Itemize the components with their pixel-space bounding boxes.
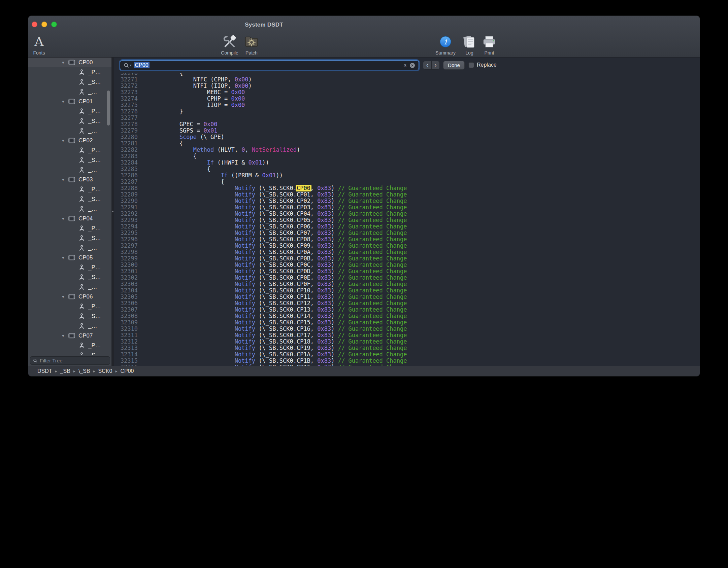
tree-item-cp00[interactable]: ▼ CP00	[28, 58, 111, 67]
disclosure-triangle-icon[interactable]: ▼	[61, 334, 68, 338]
tree-item[interactable]: _…	[28, 243, 111, 253]
status-bar: DSDT▸_SB▸\_SB▸SCK0▸CP00	[28, 366, 700, 376]
tree-item[interactable]: _S…	[28, 233, 111, 243]
replace-checkbox[interactable]	[468, 62, 474, 68]
tree-item[interactable]: _P…	[28, 106, 111, 116]
line-number: 32298	[114, 249, 138, 255]
method-icon	[78, 264, 85, 271]
toolbar-print-label: Print	[473, 50, 505, 56]
line-number: 32314	[114, 351, 138, 358]
tree-item-cp01[interactable]: ▼ CP01	[28, 97, 111, 106]
code-text: Notify (\_SB.SCK0.CP15, 0x83) // Guarant…	[152, 319, 407, 326]
toolbar-fonts-button[interactable]: A Fonts	[28, 33, 55, 56]
tree-item[interactable]: _P…	[28, 67, 111, 77]
method-icon	[78, 108, 85, 115]
tree-item[interactable]: _S…	[28, 155, 111, 165]
code-line: 32310 Notify (\_SB.SCK0.CP16, 0x83) // G…	[114, 326, 407, 332]
line-number: 32278	[114, 121, 138, 128]
line-number: 32301	[114, 268, 138, 275]
sidebar-scrollbar-thumb[interactable]	[107, 91, 110, 126]
method-icon	[78, 313, 85, 320]
disclosure-triangle-icon[interactable]: ▼	[61, 61, 68, 65]
tree-item[interactable]: _…	[28, 282, 111, 292]
code-line: 32283 {	[114, 153, 407, 159]
code-line: 32311 Notify (\_SB.SCK0.CP17, 0x83) // G…	[114, 332, 407, 339]
toolbar-print-button[interactable]: Print	[473, 33, 505, 56]
breadcrumb-item[interactable]: _SB	[60, 368, 70, 374]
breadcrumb-item[interactable]: \_SB	[78, 368, 90, 374]
clear-search-icon[interactable]	[409, 63, 415, 68]
tree-item[interactable]: _P…	[28, 223, 111, 233]
code-line: 32278 GPEC = 0x00	[114, 121, 407, 128]
line-number: 32273	[114, 89, 138, 96]
tree-item-cp07[interactable]: ▼ CP07	[28, 331, 111, 341]
tree-item[interactable]: _S…	[28, 194, 111, 204]
code-line: 32301 Notify (\_SB.SCK0.CP0D, 0x83) // G…	[114, 268, 407, 275]
tree-item[interactable]: _…	[28, 126, 111, 136]
patch-folder-gear-icon	[235, 33, 268, 50]
line-number: 32271	[114, 76, 138, 83]
tree-item-cp06[interactable]: ▼ CP06	[28, 292, 111, 301]
disclosure-triangle-icon[interactable]: ▼	[61, 256, 68, 260]
line-number: 32276	[114, 108, 138, 115]
code-text: NTFC (CPHP, 0x00)	[152, 76, 252, 83]
tree-item[interactable]: _…	[28, 204, 111, 214]
tree-item[interactable]: _S…	[28, 77, 111, 87]
code-text: Notify (\_SB.SCK0.CP09, 0x83) // Guarant…	[152, 242, 407, 249]
breadcrumb-separator-icon: ▸	[55, 369, 57, 374]
close-button[interactable]	[32, 22, 37, 27]
breadcrumb-item[interactable]: SCK0	[98, 368, 112, 374]
breadcrumb-item[interactable]: DSDT	[37, 368, 52, 374]
code-text: Notify (\_SB.SCK0.CP0F, 0x83) // Guarant…	[152, 281, 407, 287]
tree-item[interactable]: _P…	[28, 184, 111, 194]
code-text: {	[152, 178, 224, 185]
tree-item-cp04[interactable]: ▼ CP04	[28, 214, 111, 223]
code-text: Method (HLVT, 0, NotSerialized)	[152, 146, 300, 153]
filter-tree-input[interactable]	[40, 358, 107, 363]
disclosure-triangle-icon[interactable]: ▼	[61, 217, 68, 221]
tree-item[interactable]: _S…	[28, 272, 111, 282]
tree-item[interactable]: _P…	[28, 262, 111, 272]
tree-item[interactable]: _P…	[28, 145, 111, 155]
find-next-button[interactable]: ›	[431, 61, 439, 69]
tree-item[interactable]: _…	[28, 321, 111, 331]
tree-item[interactable]: _…	[28, 87, 111, 97]
tree-item-label: _S…	[88, 196, 101, 203]
tree-item[interactable]: _S…	[28, 116, 111, 126]
tree-item-cp02[interactable]: ▼ CP02	[28, 136, 111, 145]
tree-item-cp03[interactable]: ▼ CP03	[28, 175, 111, 184]
tree-item[interactable]: _…	[28, 165, 111, 175]
disclosure-triangle-icon[interactable]: ▼	[61, 139, 68, 143]
search-menu-chevron-icon[interactable]: ▾	[130, 64, 132, 67]
find-bar: ▾ CP00 3 ‹ › Done Replace	[114, 58, 700, 73]
code-line: 32290 Notify (\_SB.SCK0.CP02, 0x83) // G…	[114, 198, 407, 204]
tree-item-cp05[interactable]: ▼ CP05	[28, 253, 111, 262]
filter-tree-field[interactable]	[30, 356, 110, 365]
done-button[interactable]: Done	[443, 61, 465, 70]
filter-search-icon	[33, 358, 38, 363]
zoom-button[interactable]	[51, 22, 57, 27]
tree-item[interactable]: _S…	[28, 350, 111, 355]
search-icon[interactable]	[124, 63, 129, 68]
device-icon	[68, 293, 75, 300]
disclosure-triangle-icon[interactable]: ▼	[61, 178, 68, 182]
code-editor[interactable]: 32270 {32271 NTFC (CPHP, 0x00)32272 NTFI…	[114, 73, 700, 366]
tree-item-label: CP03	[78, 176, 93, 183]
breadcrumb-item[interactable]: CP00	[120, 368, 134, 374]
tree-item-label: CP07	[78, 332, 93, 339]
tree-item[interactable]: _S…	[28, 311, 111, 321]
tree-item[interactable]: _P…	[28, 341, 111, 350]
toolbar-patch-button[interactable]: Patch	[235, 33, 268, 56]
method-icon	[78, 284, 85, 290]
tree-item-label: CP06	[78, 293, 93, 300]
line-number: 32294	[114, 223, 138, 230]
disclosure-triangle-icon[interactable]: ▼	[61, 100, 68, 104]
code-line: 32274 CPHP = 0x00	[114, 96, 407, 102]
device-icon	[68, 176, 75, 183]
tree-item[interactable]: _P…	[28, 301, 111, 311]
disclosure-triangle-icon[interactable]: ▼	[61, 295, 68, 299]
find-search-field[interactable]: ▾ CP00 3	[120, 60, 419, 70]
search-query-text: CP00	[134, 62, 150, 68]
find-previous-button[interactable]: ‹	[423, 61, 431, 69]
minimize-button[interactable]	[41, 22, 47, 27]
